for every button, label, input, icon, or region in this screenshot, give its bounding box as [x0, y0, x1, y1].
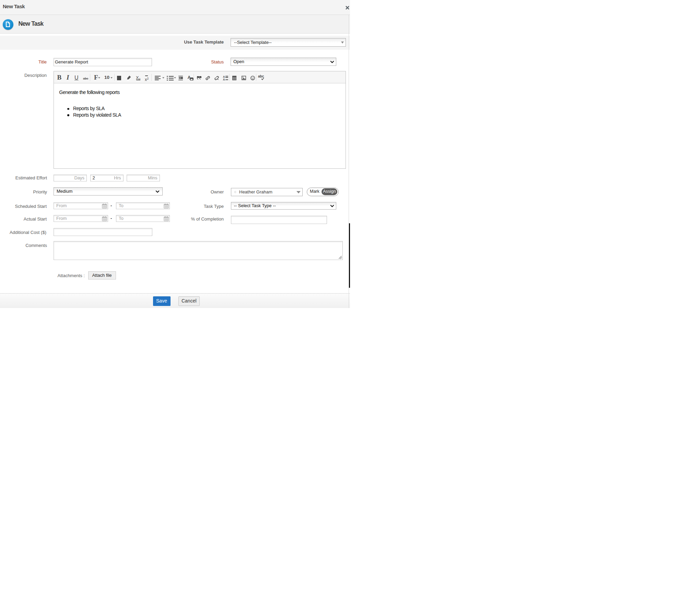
svg-text:A: A	[223, 78, 225, 81]
